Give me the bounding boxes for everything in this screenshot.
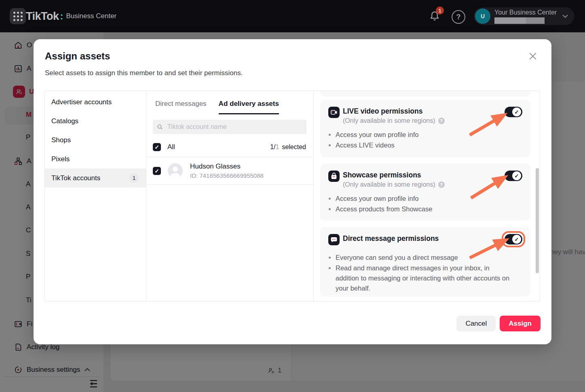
topbar: TikTok : Business Center 1 ? U Your Busi… bbox=[0, 0, 585, 32]
scrolled-card-remnant bbox=[320, 91, 530, 97]
count-selected: 1 bbox=[270, 143, 274, 150]
app-grid-icon[interactable] bbox=[10, 8, 26, 24]
count-suffix: selected bbox=[282, 143, 306, 150]
modal-subtitle: Select assets to assign this member to a… bbox=[45, 69, 243, 77]
live-video-icon bbox=[328, 107, 340, 118]
asset-type-list: Advertiser accounts Catalogs Shops Pixel… bbox=[45, 91, 146, 301]
asset-type-pixels[interactable]: Pixels bbox=[45, 150, 146, 169]
direct-message-toggle[interactable]: ✓ bbox=[505, 234, 522, 244]
select-all-checkbox[interactable]: ✓ bbox=[153, 143, 161, 151]
assign-assets-modal: Assign assets Select assets to assign th… bbox=[34, 39, 551, 344]
account-checkbox[interactable]: ✓ bbox=[153, 167, 161, 175]
tiktok-logo-colon: : bbox=[60, 11, 63, 22]
highlight-ring: ✓ bbox=[502, 231, 525, 247]
showcase-icon bbox=[328, 171, 340, 182]
permission-bullet: Access products from Showcase bbox=[336, 204, 513, 214]
permission-titles: Showcase permissions (Only available in … bbox=[343, 171, 445, 188]
scrollbar-thumb[interactable] bbox=[536, 168, 539, 273]
permission-titles: LIVE video permissions (Only available i… bbox=[343, 107, 445, 124]
toggle-knob-check: ✓ bbox=[512, 107, 521, 116]
modal-content: Advertiser accounts Catalogs Shops Pixel… bbox=[44, 91, 540, 301]
permission-region-note: (Only available in some regions) ? bbox=[343, 117, 445, 124]
account-row-hudson-glasses[interactable]: ✓ Hudson Glasses ID: 7418563566669955088 bbox=[146, 157, 313, 185]
region-note-text: (Only available in some regions) bbox=[343, 181, 435, 188]
direct-message-icon bbox=[328, 234, 340, 245]
toggle-knob-check: ✓ bbox=[512, 171, 521, 180]
modal-footer: Cancel Assign bbox=[456, 316, 541, 331]
permission-card-direct-message: Direct message permissions ✓ Everyone ca… bbox=[320, 227, 530, 297]
asset-type-tiktok-accounts[interactable]: TikTok accounts 1 bbox=[45, 169, 146, 188]
screen: TikTok : Business Center 1 ? U Your Busi… bbox=[0, 0, 585, 392]
permission-header: Direct message permissions ✓ bbox=[328, 234, 522, 247]
business-center-label: Business Center bbox=[66, 12, 117, 20]
permission-bullet: Access LIVE videos bbox=[336, 140, 513, 150]
tabs: Direct messages Ad delivery assets bbox=[155, 100, 305, 114]
asset-type-label: Shops bbox=[51, 136, 71, 144]
region-note-text: (Only available in some regions) bbox=[343, 117, 435, 124]
account-name: Your Business Center bbox=[494, 9, 557, 16]
permission-card-showcase: Showcase permissions (Only available in … bbox=[320, 164, 530, 221]
help-icon[interactable]: ? bbox=[438, 181, 445, 188]
brand-logo: TikTok : Business Center bbox=[26, 0, 116, 32]
permission-bullets: Everyone can send you a direct message R… bbox=[328, 253, 513, 293]
notification-badge: 1 bbox=[436, 6, 444, 15]
permission-bullets: Access your own profile info Access LIVE… bbox=[328, 130, 513, 150]
asset-type-advertiser-accounts[interactable]: Advertiser accounts bbox=[45, 93, 146, 112]
select-all-row: ✓ All 1/1selected bbox=[146, 137, 313, 157]
close-icon[interactable] bbox=[528, 51, 538, 61]
toggle-knob-check: ✓ bbox=[512, 235, 521, 244]
permission-title: Showcase permissions bbox=[343, 171, 445, 179]
showcase-toggle[interactable]: ✓ bbox=[505, 171, 522, 181]
permission-bullets: Access your own profile info Access prod… bbox=[328, 194, 513, 214]
account-info: Hudson Glasses ID: 7418563566669955088 bbox=[190, 162, 264, 179]
chevron-down-icon bbox=[562, 13, 569, 19]
modal-title: Assign assets bbox=[45, 51, 110, 62]
account-text: Your Business Center bbox=[494, 9, 557, 24]
tiktok-logo-text: TikTok bbox=[26, 10, 59, 23]
account-search[interactable] bbox=[153, 120, 306, 134]
search-input[interactable] bbox=[167, 123, 302, 131]
avatar: U bbox=[475, 8, 490, 24]
help-button[interactable]: ? bbox=[452, 10, 465, 24]
asset-type-shops[interactable]: Shops bbox=[45, 131, 146, 150]
account-menu[interactable]: U Your Business Center bbox=[474, 7, 574, 25]
assign-button[interactable]: Assign bbox=[500, 316, 541, 331]
account-list-panel: Direct messages Ad delivery assets ✓ All… bbox=[146, 91, 314, 301]
help-icon: ? bbox=[456, 13, 461, 21]
count-total: 1 bbox=[276, 143, 279, 150]
permission-bullet: Access your own profile info bbox=[336, 130, 513, 140]
selected-count-badge: 1 bbox=[129, 173, 139, 183]
permission-region-note: (Only available in some regions) ? bbox=[343, 181, 445, 188]
asset-type-label: TikTok accounts bbox=[51, 174, 100, 182]
help-icon[interactable]: ? bbox=[438, 118, 445, 124]
notifications-button[interactable]: 1 bbox=[429, 10, 442, 23]
selection-count: 1/1selected bbox=[270, 143, 306, 151]
permission-title: Direct message permissions bbox=[343, 234, 439, 243]
permission-header: Showcase permissions (Only available in … bbox=[328, 171, 522, 188]
permission-title: LIVE video permissions bbox=[343, 107, 445, 116]
search-icon bbox=[157, 124, 163, 131]
permission-card-live-video: LIVE video permissions (Only available i… bbox=[320, 100, 530, 157]
account-name: Hudson Glasses bbox=[190, 162, 264, 171]
live-video-toggle[interactable]: ✓ bbox=[505, 107, 522, 117]
redacted-account-id bbox=[494, 17, 545, 24]
permission-header: LIVE video permissions (Only available i… bbox=[328, 107, 522, 124]
tab-ad-delivery-assets[interactable]: Ad delivery assets bbox=[219, 100, 279, 114]
permission-bullet: Access your own profile info bbox=[336, 194, 513, 204]
permission-bullet: Everyone can send you a direct message bbox=[336, 253, 513, 263]
permissions-panel: LIVE video permissions (Only available i… bbox=[314, 91, 540, 301]
asset-type-label: Advertiser accounts bbox=[51, 98, 112, 106]
asset-type-label: Catalogs bbox=[51, 117, 78, 125]
avatar-letter: U bbox=[481, 13, 485, 19]
account-id: ID: 7418563566669955088 bbox=[190, 172, 264, 179]
account-avatar bbox=[168, 163, 183, 178]
select-all-label: All bbox=[167, 143, 175, 151]
permission-titles: Direct message permissions bbox=[343, 234, 439, 243]
cancel-button[interactable]: Cancel bbox=[456, 316, 496, 331]
tab-direct-messages[interactable]: Direct messages bbox=[155, 100, 207, 114]
asset-type-label: Pixels bbox=[51, 155, 70, 163]
asset-type-catalogs[interactable]: Catalogs bbox=[45, 112, 146, 131]
permission-bullet: Read and manage direct messages in your … bbox=[336, 263, 513, 293]
